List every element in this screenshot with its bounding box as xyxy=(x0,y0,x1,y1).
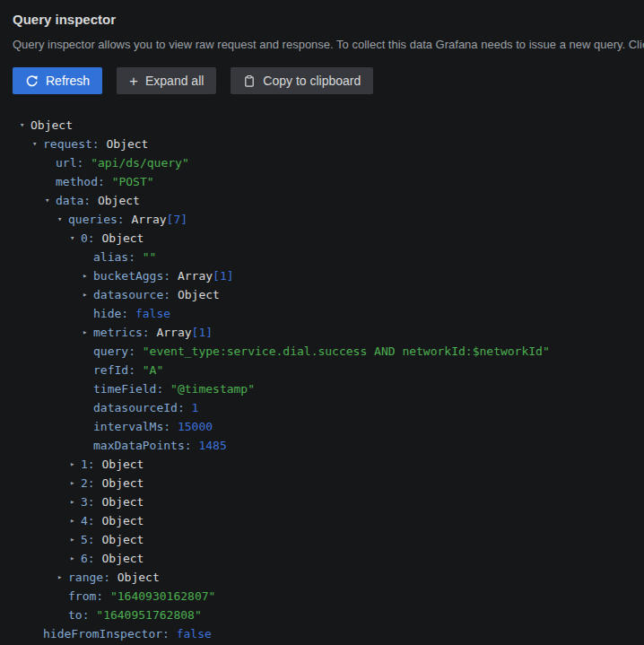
json-value: "1640930162807" xyxy=(110,589,215,603)
json-value: false xyxy=(177,627,212,641)
expand-triangle-icon[interactable]: ▸ xyxy=(70,474,81,492)
collapse-triangle-icon[interactable]: ▾ xyxy=(20,116,30,135)
json-value: Array xyxy=(131,213,166,226)
json-value: Object xyxy=(101,552,144,565)
json-key: timeField: xyxy=(93,382,170,396)
json-tree-row[interactable]: ▾request: Object xyxy=(13,135,644,153)
refresh-button-label: Refresh xyxy=(46,74,90,88)
json-tree-row[interactable]: ▾queries: Array[7] xyxy=(13,210,644,229)
json-value: Object xyxy=(101,495,144,509)
json-value: "POST" xyxy=(112,175,154,188)
json-key: metrics: xyxy=(93,326,156,339)
json-value: Object xyxy=(106,137,148,151)
json-key: hideFromInspector: xyxy=(43,627,177,641)
expand-triangle-icon[interactable]: ▸ xyxy=(70,492,81,511)
json-key: refId: xyxy=(93,363,143,377)
json-value: "A" xyxy=(143,363,163,377)
expand-triangle-icon[interactable]: ▸ xyxy=(70,549,81,568)
json-key: range: xyxy=(68,571,117,584)
json-tree-row: method: "POST" xyxy=(13,172,644,191)
expand-all-button-label: Expand all xyxy=(145,74,204,88)
page-title: Query inspector xyxy=(13,12,644,27)
json-tree-row[interactable]: ▸6: Object xyxy=(13,549,644,568)
expand-all-button[interactable]: + Expand all xyxy=(117,67,216,94)
json-tree-row[interactable]: ▸range: Object xyxy=(13,568,644,587)
json-tree-row: refId: "A" xyxy=(13,361,644,379)
json-key: alias: xyxy=(93,250,143,264)
json-key: 4: xyxy=(81,514,101,527)
json-tree-row: url: "api/ds/query" xyxy=(13,153,644,172)
expand-triangle-icon[interactable]: ▸ xyxy=(83,266,93,285)
json-key: data: xyxy=(56,194,98,207)
json-tree-row: query: "event_type:service.dial.success … xyxy=(13,342,644,361)
json-key: 0: xyxy=(81,231,101,245)
collapse-triangle-icon[interactable]: ▾ xyxy=(70,229,81,248)
expand-triangle-icon[interactable]: ▸ xyxy=(83,285,93,304)
query-inspector-panel: Query inspector Query inspector allows y… xyxy=(0,0,644,643)
refresh-button[interactable]: Refresh xyxy=(13,67,102,94)
json-tree-row[interactable]: ▸bucketAggs: Array[1] xyxy=(13,266,644,285)
json-value: Object xyxy=(178,288,220,301)
copy-to-clipboard-button-label: Copy to clipboard xyxy=(263,74,361,88)
json-tree-row[interactable]: ▾data: Object xyxy=(13,191,644,210)
json-tree: ▾Object▾request: Objecturl: "api/ds/quer… xyxy=(13,116,644,643)
json-tree-row[interactable]: ▸1: Object xyxy=(13,455,644,474)
json-key: 5: xyxy=(81,533,101,546)
json-tree-row[interactable]: ▾Object xyxy=(13,116,644,135)
json-tree-row: intervalMs: 15000 xyxy=(13,417,644,436)
json-key: datasourceId: xyxy=(93,401,192,414)
json-key: maxDataPoints: xyxy=(93,439,198,452)
json-value: Object xyxy=(101,476,144,490)
json-key: hide: xyxy=(93,307,135,320)
json-value: "event_type:service.dial.success AND net… xyxy=(143,344,550,358)
json-value: Array xyxy=(178,269,213,283)
json-value: Object xyxy=(101,514,144,527)
json-value: "@timestamp" xyxy=(170,382,255,396)
json-value: false xyxy=(135,307,170,320)
json-value: 15000 xyxy=(178,420,213,433)
json-tree-row: maxDataPoints: 1485 xyxy=(13,436,644,455)
json-value: Object xyxy=(117,571,160,584)
json-tree-row[interactable]: ▸4: Object xyxy=(13,511,644,530)
expand-triangle-icon[interactable]: ▸ xyxy=(83,323,93,342)
json-key: url: xyxy=(56,156,91,170)
json-value: Object xyxy=(101,458,144,471)
json-value: 1 xyxy=(192,401,199,414)
json-tree-row: hideFromInspector: false xyxy=(13,624,644,643)
json-array-count: [1] xyxy=(213,269,233,283)
collapse-triangle-icon[interactable]: ▾ xyxy=(32,135,43,153)
json-array-count: [1] xyxy=(192,326,213,339)
expand-triangle-icon[interactable]: ▸ xyxy=(57,568,68,587)
clipboard-icon xyxy=(243,74,256,88)
json-tree-row[interactable]: ▸2: Object xyxy=(13,474,644,492)
json-tree-row[interactable]: ▸metrics: Array[1] xyxy=(13,323,644,342)
expand-triangle-icon[interactable]: ▸ xyxy=(70,511,81,530)
json-key: to: xyxy=(68,608,96,622)
json-key: 6: xyxy=(81,552,101,565)
collapse-triangle-icon[interactable]: ▾ xyxy=(45,191,56,210)
collapse-triangle-icon[interactable]: ▾ xyxy=(57,210,68,229)
json-key: 3: xyxy=(81,495,101,509)
plus-icon: + xyxy=(129,74,138,89)
json-key: 2: xyxy=(81,476,101,490)
expand-triangle-icon[interactable]: ▸ xyxy=(70,455,81,474)
toolbar: Refresh + Expand all Copy to clipboard xyxy=(13,67,644,94)
json-tree-row: alias: "" xyxy=(13,248,644,266)
json-key: request: xyxy=(43,137,106,151)
json-tree-row[interactable]: ▸datasource: Object xyxy=(13,285,644,304)
copy-to-clipboard-button[interactable]: Copy to clipboard xyxy=(231,67,373,94)
json-value: 1485 xyxy=(198,439,226,452)
json-tree-row[interactable]: ▸5: Object xyxy=(13,530,644,549)
json-key: from: xyxy=(68,589,110,603)
json-value: Object xyxy=(101,231,144,245)
json-key: method: xyxy=(56,175,112,188)
json-value: Object xyxy=(98,194,140,207)
expand-triangle-icon[interactable]: ▸ xyxy=(70,530,81,549)
json-key: intervalMs: xyxy=(93,420,178,433)
json-value: "" xyxy=(143,250,157,264)
json-value: Object xyxy=(30,118,73,132)
json-array-count: [7] xyxy=(167,213,187,226)
json-tree-row[interactable]: ▸3: Object xyxy=(13,492,644,511)
json-tree-row[interactable]: ▾0: Object xyxy=(13,229,644,248)
json-tree-row: timeField: "@timestamp" xyxy=(13,379,644,398)
